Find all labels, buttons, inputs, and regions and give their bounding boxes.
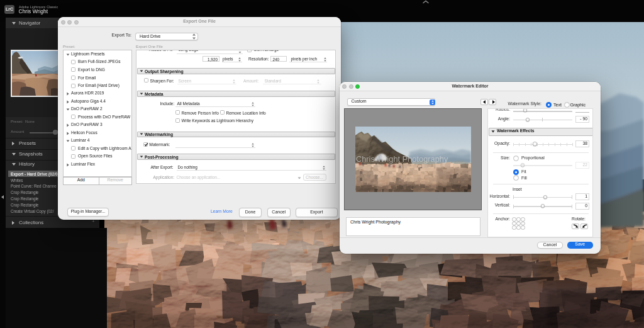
svg-text:Chris Wright Photography: Chris Wright Photography [356, 154, 448, 164]
